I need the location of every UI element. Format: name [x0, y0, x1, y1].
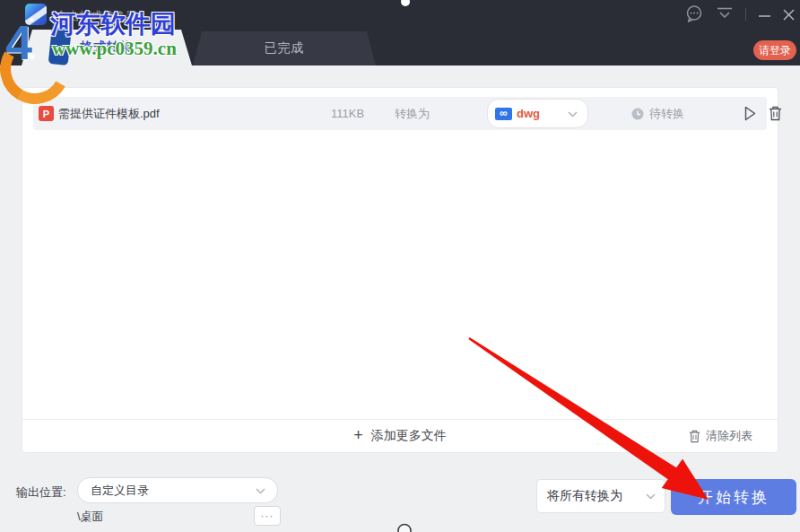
tab-completed-label: 已完成	[265, 40, 305, 57]
clear-trash-icon	[689, 430, 700, 443]
minimize-icon[interactable]	[759, 7, 770, 22]
status-text: 待转换	[649, 106, 684, 122]
add-more-label: 添加更多文件	[371, 428, 447, 444]
feedback-chat-icon[interactable]	[684, 4, 704, 23]
plus-icon: +	[353, 426, 363, 445]
tab-format-convert[interactable]: 格式转换	[22, 30, 192, 65]
convert-to-label: 转换为	[395, 97, 430, 130]
output-directory-value: 自定义目录	[91, 483, 149, 499]
file-row: P 需提供证件模板.pdf 111KB 转换为 ∞ dwg 待转换	[33, 97, 767, 130]
output-directory-select[interactable]: 自定义目录	[77, 477, 278, 503]
menu-icon[interactable]	[717, 7, 733, 21]
app-title: 金山格式转换器	[56, 8, 137, 24]
convert-all-select[interactable]: 将所有转换为	[536, 479, 665, 513]
pdf-icon: P	[39, 106, 54, 121]
tab-format-convert-label: 格式转换	[80, 39, 134, 56]
close-icon[interactable]	[783, 7, 795, 22]
clear-list-button[interactable]: 清除列表	[689, 420, 752, 452]
chevron-down-icon	[256, 488, 265, 494]
list-footer: + 添加更多文件 清除列表	[22, 419, 778, 452]
output-path: \桌面	[77, 509, 104, 525]
chevron-down-icon	[568, 111, 578, 118]
cursor-ring	[398, 525, 411, 532]
app-window: ★ 金山格式转换器	[0, 0, 800, 532]
status-badge: 待转换	[631, 97, 684, 130]
login-button[interactable]: 请登录	[753, 40, 796, 60]
file-size: 111KB	[331, 97, 364, 130]
file-list-panel: P 需提供证件模板.pdf 111KB 转换为 ∞ dwg 待转换	[22, 87, 778, 453]
tab-completed[interactable]: 已完成	[193, 31, 376, 65]
browse-button[interactable]: ···	[254, 506, 281, 526]
file-name: 需提供证件模板.pdf	[58, 97, 160, 130]
trash-icon[interactable]	[769, 106, 782, 121]
app-logo-icon: ★	[25, 4, 47, 25]
clear-list-label: 清除列表	[706, 428, 752, 444]
chevron-down-icon	[646, 493, 656, 500]
play-icon[interactable]	[744, 106, 756, 121]
format-value: dwg	[517, 107, 540, 120]
titlebar: ★ 金山格式转换器	[0, 0, 800, 65]
format-select[interactable]: ∞ dwg	[487, 99, 588, 128]
output-location-label: 输出位置:	[16, 484, 66, 501]
start-convert-button[interactable]: 开始转换	[671, 479, 796, 515]
convert-all-value: 将所有转换为	[547, 488, 622, 504]
clock-icon	[631, 108, 644, 120]
divider	[745, 8, 746, 21]
add-more-files-button[interactable]: + 添加更多文件	[22, 420, 778, 452]
cad-icon: ∞	[495, 108, 512, 120]
